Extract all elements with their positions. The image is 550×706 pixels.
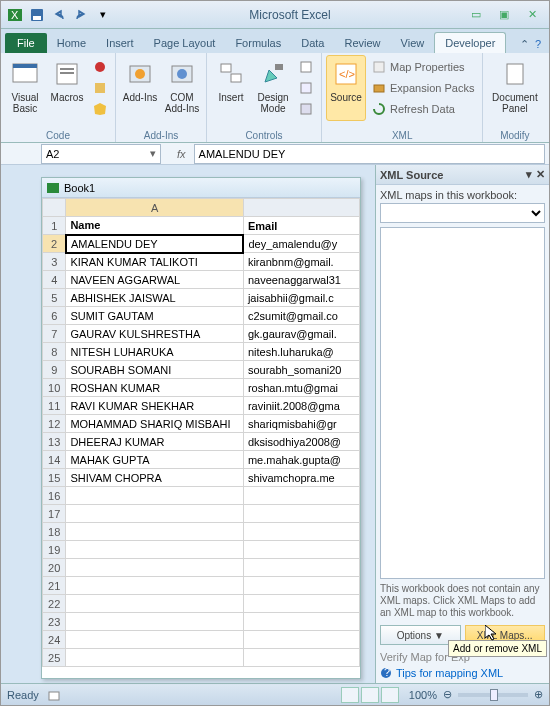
cell[interactable]: gk.gaurav@gmail. (243, 325, 359, 343)
normal-view-button[interactable] (341, 687, 359, 703)
formula-input[interactable]: AMALENDU DEY (194, 144, 545, 164)
col-header-b[interactable] (243, 199, 359, 217)
pane-dropdown-icon[interactable]: ▾ (526, 168, 532, 181)
row-header[interactable]: 12 (43, 415, 66, 433)
fx-icon[interactable]: fx (169, 148, 194, 160)
row-header[interactable]: 20 (43, 559, 66, 577)
row-header[interactable]: 6 (43, 307, 66, 325)
cell[interactable] (66, 577, 244, 595)
cell[interactable] (243, 649, 359, 667)
row-header[interactable]: 25 (43, 649, 66, 667)
addins-button[interactable]: Add-Ins (120, 55, 160, 121)
cell[interactable] (66, 595, 244, 613)
cell[interactable]: GAURAV KULSHRESTHA (66, 325, 244, 343)
row-header[interactable]: 14 (43, 451, 66, 469)
cell[interactable]: Name (66, 217, 244, 235)
row-header[interactable]: 7 (43, 325, 66, 343)
row-header[interactable]: 21 (43, 577, 66, 595)
row-header[interactable]: 11 (43, 397, 66, 415)
cell[interactable] (243, 613, 359, 631)
cell[interactable] (243, 577, 359, 595)
macro-record-icon[interactable] (47, 688, 61, 702)
qat-customize-icon[interactable]: ▾ (93, 5, 113, 25)
page-layout-view-button[interactable] (361, 687, 379, 703)
cell[interactable] (243, 487, 359, 505)
run-dialog-button[interactable] (295, 99, 317, 119)
tips-link[interactable]: ? Tips for mapping XML (380, 667, 545, 679)
cell[interactable]: KIRAN KUMAR TALIKOTI (66, 253, 244, 271)
row-header[interactable]: 22 (43, 595, 66, 613)
cell[interactable]: nitesh.luharuka@ (243, 343, 359, 361)
document-panel-button[interactable]: Document Panel (487, 55, 542, 121)
com-addins-button[interactable]: COM Add-Ins (162, 55, 202, 121)
cell[interactable] (243, 595, 359, 613)
cell[interactable]: roshan.mtu@gmai (243, 379, 359, 397)
cell[interactable]: naveenaggarwal31 (243, 271, 359, 289)
row-header[interactable]: 2 (43, 235, 66, 253)
tab-file[interactable]: File (5, 33, 47, 53)
cell[interactable]: jaisabhii@gmail.c (243, 289, 359, 307)
tab-developer[interactable]: Developer (434, 32, 506, 53)
col-header-a[interactable]: A (66, 199, 244, 217)
restore-button[interactable]: ▣ (495, 6, 513, 24)
row-header[interactable]: 17 (43, 505, 66, 523)
xml-source-button[interactable]: </> Source (326, 55, 366, 121)
zoom-in-button[interactable]: ⊕ (534, 688, 543, 701)
cell[interactable] (243, 541, 359, 559)
cell[interactable]: dksisodhiya2008@ (243, 433, 359, 451)
use-relative-button[interactable] (89, 78, 111, 98)
row-header[interactable]: 1 (43, 217, 66, 235)
cell[interactable] (243, 631, 359, 649)
help-icon[interactable]: ? (535, 38, 541, 51)
cell[interactable] (66, 541, 244, 559)
macro-security-button[interactable] (89, 99, 111, 119)
cell[interactable]: shivamchopra.me (243, 469, 359, 487)
cell[interactable]: MAHAK GUPTA (66, 451, 244, 469)
refresh-data-button[interactable]: Refresh Data (368, 99, 478, 119)
cell[interactable] (66, 523, 244, 541)
cell[interactable]: shariqmisbahi@gr (243, 415, 359, 433)
cell[interactable] (66, 559, 244, 577)
cell[interactable]: MOHAMMAD SHARIQ MISBAHI (66, 415, 244, 433)
map-properties-button[interactable]: Map Properties (368, 57, 478, 77)
pane-close-icon[interactable]: ✕ (536, 168, 545, 181)
design-mode-button[interactable]: Design Mode (253, 55, 293, 121)
row-header[interactable]: 9 (43, 361, 66, 379)
cell[interactable] (66, 631, 244, 649)
view-code-button[interactable] (295, 78, 317, 98)
xml-tree-view[interactable] (380, 227, 545, 579)
tab-view[interactable]: View (391, 33, 435, 53)
workbook-titlebar[interactable]: Book1 (42, 178, 360, 198)
row-header[interactable]: 4 (43, 271, 66, 289)
redo-button[interactable] (71, 5, 91, 25)
minimize-ribbon-icon[interactable]: ⌃ (520, 38, 529, 51)
tab-page-layout[interactable]: Page Layout (144, 33, 226, 53)
cell[interactable]: sourabh_somani20 (243, 361, 359, 379)
row-header[interactable]: 3 (43, 253, 66, 271)
cell[interactable] (243, 523, 359, 541)
cell[interactable]: c2sumit@gmail.co (243, 307, 359, 325)
row-header[interactable]: 16 (43, 487, 66, 505)
cell[interactable]: me.mahak.gupta@ (243, 451, 359, 469)
cell[interactable]: kiranbnm@gmail. (243, 253, 359, 271)
record-macro-button[interactable] (89, 57, 111, 77)
excel-icon[interactable]: X (5, 5, 25, 25)
tab-formulas[interactable]: Formulas (225, 33, 291, 53)
row-header[interactable]: 5 (43, 289, 66, 307)
chevron-down-icon[interactable]: ▾ (150, 147, 156, 160)
cell[interactable]: SOURABH SOMANI (66, 361, 244, 379)
tab-data[interactable]: Data (291, 33, 334, 53)
visual-basic-button[interactable]: Visual Basic (5, 55, 45, 121)
row-header[interactable]: 10 (43, 379, 66, 397)
cell[interactable]: SHIVAM CHOPRA (66, 469, 244, 487)
cell[interactable] (66, 613, 244, 631)
cell[interactable]: raviniit.2008@gma (243, 397, 359, 415)
tab-review[interactable]: Review (334, 33, 390, 53)
cell[interactable]: NAVEEN AGGARWAL (66, 271, 244, 289)
tab-insert[interactable]: Insert (96, 33, 144, 53)
macros-button[interactable]: Macros (47, 55, 87, 121)
minimize-button[interactable]: ▭ (467, 6, 485, 24)
spreadsheet-grid[interactable]: A 1NameEmail2AMALENDU DEYdey_amalendu@y3… (42, 198, 360, 667)
zoom-out-button[interactable]: ⊖ (443, 688, 452, 701)
save-button[interactable] (27, 5, 47, 25)
